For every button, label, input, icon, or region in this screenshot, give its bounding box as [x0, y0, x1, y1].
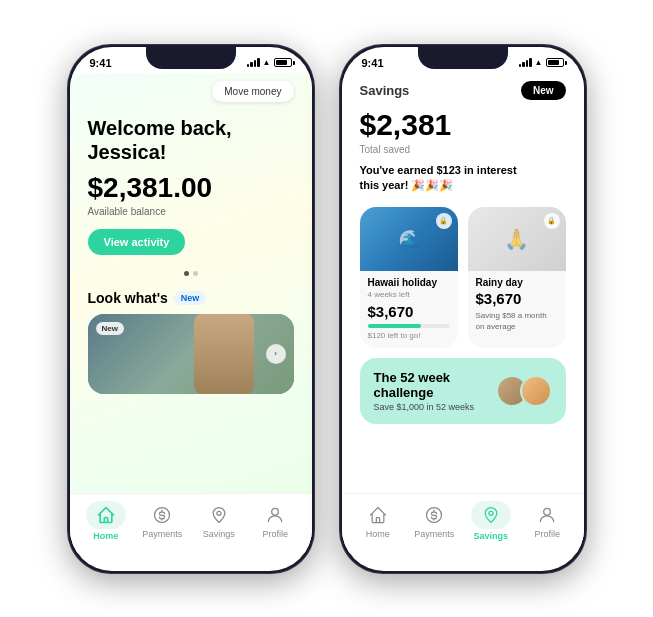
- welcome-text: Welcome back, Jessica!: [88, 116, 294, 164]
- hawaii-card-image: 🌊 🔒: [360, 207, 458, 271]
- rainy-day-card-body: Rainy day $3,670 Saving $58 a month on a…: [468, 271, 566, 340]
- hawaii-lock-icon: 🔒: [436, 213, 452, 229]
- payments-icon-container-2: [422, 503, 446, 527]
- phone-2-screen: 9:41 ▲ Savings: [342, 47, 584, 571]
- hawaii-card[interactable]: 🌊 🔒 Hawaii holiday 4 weeks left $3,670: [360, 207, 458, 348]
- challenge-text: The 52 week challenge Save $1,000 in 52 …: [374, 370, 496, 412]
- status-time-1: 9:41: [90, 57, 112, 69]
- look-whats-title: Look what's: [88, 290, 168, 306]
- signal-icon-2: [519, 58, 532, 67]
- bottom-nav-2: Home Payments: [342, 493, 584, 553]
- nav-home-label-1: Home: [93, 531, 118, 541]
- carousel-dots: [88, 271, 294, 276]
- savings-label: Total saved: [360, 144, 566, 155]
- promo-nav-button[interactable]: ›: [266, 344, 286, 364]
- view-activity-button[interactable]: View activity: [88, 229, 186, 255]
- nav-savings-2[interactable]: Savings: [463, 501, 520, 541]
- hawaii-progress-text: $120 left to go!: [368, 331, 450, 340]
- nav-home-label-2: Home: [366, 529, 390, 539]
- savings-content: $2,381 Total saved You've earned $123 in…: [342, 104, 584, 493]
- svg-point-2: [272, 508, 279, 515]
- savings-icon-container-1: [207, 503, 231, 527]
- challenge-subtitle: Save $1,000 in 52 weeks: [374, 402, 496, 412]
- phone-1: 9:41 ▲ M: [67, 44, 315, 574]
- hawaii-card-amount: $3,670: [368, 303, 450, 320]
- phone-1-shell: 9:41 ▲ M: [67, 44, 315, 574]
- rainy-day-card-image: 🙏 🔒: [468, 207, 566, 271]
- savings-page-title: Savings: [360, 83, 410, 98]
- hawaii-progress-fill: [368, 324, 421, 328]
- move-money-button[interactable]: Move money: [212, 81, 293, 102]
- hawaii-card-name: Hawaii holiday: [368, 277, 450, 288]
- profile-icon-container-1: [263, 503, 287, 527]
- balance-amount: $2,381.00: [88, 172, 294, 204]
- challenge-card[interactable]: The 52 week challenge Save $1,000 in 52 …: [360, 358, 566, 424]
- savings-icon-1: [209, 505, 229, 525]
- payments-icon-container: [150, 503, 174, 527]
- savings-header: Savings New: [342, 73, 584, 104]
- pray-emoji: 🙏: [504, 227, 529, 251]
- nav-home-1[interactable]: Home: [78, 501, 135, 541]
- savings-cards-row: 🌊 🔒 Hawaii holiday 4 weeks left $3,670: [360, 207, 566, 348]
- look-whats-header: Look what's New: [88, 290, 294, 306]
- new-badge: New: [174, 291, 207, 305]
- profile-icon-1: [265, 505, 285, 525]
- hawaii-card-weeks: 4 weeks left: [368, 290, 450, 299]
- signal-icon-1: [247, 58, 260, 67]
- look-whats-section: Look what's New New ›: [88, 290, 294, 394]
- nav-savings-1[interactable]: Savings: [191, 503, 248, 539]
- promo-person-image: [194, 314, 254, 394]
- challenge-avatar-2: [520, 375, 552, 407]
- dot-2: [193, 271, 198, 276]
- nav-savings-label-1: Savings: [203, 529, 235, 539]
- savings-screen: Savings New $2,381 Total saved You've ea…: [342, 73, 584, 553]
- phone-2-shell: 9:41 ▲ Savings: [339, 44, 587, 574]
- interest-text: You've earned $123 in interestthis year!…: [360, 163, 566, 194]
- payments-icon-2: [424, 505, 444, 525]
- battery-icon-1: [274, 58, 292, 67]
- challenge-title: The 52 week challenge: [374, 370, 496, 400]
- home-screen: Move money Welcome back, Jessica! $2,381…: [70, 73, 312, 553]
- svg-point-4: [489, 511, 493, 515]
- profile-icon-container-2: [535, 503, 559, 527]
- nav-savings-label-2: Savings: [473, 531, 508, 541]
- home-icon: [96, 505, 116, 525]
- promo-card[interactable]: New ›: [88, 314, 294, 394]
- move-money-container: Move money: [88, 81, 294, 102]
- payments-icon: [152, 505, 172, 525]
- nav-payments-label-1: Payments: [142, 529, 182, 539]
- status-icons-1: ▲: [247, 58, 292, 67]
- phone-1-screen: 9:41 ▲ M: [70, 47, 312, 571]
- dot-1: [184, 271, 189, 276]
- rainy-day-card-amount: $3,670: [476, 290, 558, 307]
- nav-profile-1[interactable]: Profile: [247, 503, 304, 539]
- hawaii-card-body: Hawaii holiday 4 weeks left $3,670 $120 …: [360, 271, 458, 348]
- rainy-day-card[interactable]: 🙏 🔒 Rainy day $3,670 Saving $58 a month …: [468, 207, 566, 348]
- home-icon-2: [368, 505, 388, 525]
- rainy-day-lock-icon: 🔒: [544, 213, 560, 229]
- wifi-icon-1: ▲: [263, 58, 271, 67]
- profile-icon-2: [537, 505, 557, 525]
- promo-new-badge: New: [96, 322, 124, 335]
- nav-payments-label-2: Payments: [414, 529, 454, 539]
- nav-payments-1[interactable]: Payments: [134, 503, 191, 539]
- phone-2: 9:41 ▲ Savings: [339, 44, 587, 574]
- wifi-icon-2: ▲: [535, 58, 543, 67]
- promo-card-inner: New ›: [88, 314, 294, 394]
- new-button[interactable]: New: [521, 81, 566, 100]
- home-icon-container: [86, 501, 126, 529]
- home-icon-container-2: [366, 503, 390, 527]
- nav-profile-label-2: Profile: [534, 529, 560, 539]
- phone-1-notch: [146, 47, 236, 69]
- svg-point-5: [544, 508, 551, 515]
- nav-home-2[interactable]: Home: [350, 503, 407, 539]
- balance-label: Available balance: [88, 206, 294, 217]
- savings-icon-2: [481, 505, 501, 525]
- nav-profile-2[interactable]: Profile: [519, 503, 576, 539]
- rainy-day-subtext: Saving $58 a month on average: [476, 311, 558, 332]
- challenge-avatars: [496, 375, 552, 407]
- hawaii-progress-bar: [368, 324, 450, 328]
- nav-payments-2[interactable]: Payments: [406, 503, 463, 539]
- rainy-day-card-name: Rainy day: [476, 277, 558, 288]
- status-time-2: 9:41: [362, 57, 384, 69]
